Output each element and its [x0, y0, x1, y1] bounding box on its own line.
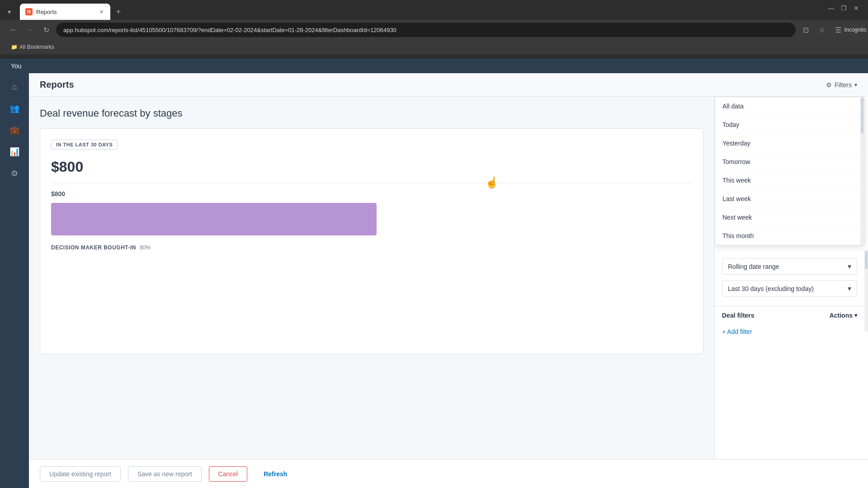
incognito-label: Incognito — [844, 27, 867, 33]
browser-actions: ⊡ ☆ ☰ Incognito — [799, 23, 861, 36]
date-range-dropdown[interactable]: All data Today Yesterday Tomorrow This w — [715, 97, 864, 245]
actions-button[interactable]: Actions ▾ — [830, 312, 857, 319]
rolling-select-wrapper: Rolling date range ▾ Last 30 days (exclu… — [715, 253, 864, 306]
left-sidebar: ⌂ 👥 💼 📊 ⚙ — [0, 73, 29, 488]
deal-filters-title: Deal filters — [722, 312, 755, 319]
sidebar-toggle-icon[interactable]: ☰ — [832, 23, 844, 36]
save-as-new-report-button[interactable]: Save as new report — [128, 466, 202, 482]
address-bar-row: ← → ↻ ⊡ ☆ ☰ Incognito — [0, 20, 868, 40]
app-area: You ⌂ 👥 💼 📊 ⚙ Reports ⚙ Filters ▾ — [0, 59, 868, 488]
filter-icon: ⚙ — [826, 81, 832, 89]
address-input[interactable] — [56, 23, 796, 37]
rolling-date-range-select[interactable]: Rolling date range ▾ — [722, 258, 857, 275]
report-title: Deal revenue forecast by stages — [40, 108, 703, 119]
divider — [51, 183, 692, 183]
top-banner: You — [0, 59, 868, 73]
days-select-arrow-icon: ▾ — [848, 284, 851, 293]
dropdown-item-last-week[interactable]: Last week — [715, 190, 864, 208]
close-button[interactable]: ✕ — [852, 4, 861, 13]
screen-mirror-icon[interactable]: ⊡ — [799, 23, 812, 36]
dropdown-item-tomorrow[interactable]: Tomorrow — [715, 153, 864, 171]
back-button[interactable]: ← — [7, 23, 20, 36]
bookmarks-bar: 📁 All Bookmarks — [0, 40, 868, 54]
filters-chevron-icon: ▾ — [854, 82, 857, 88]
new-tab-button[interactable]: + — [112, 5, 125, 18]
all-bookmarks-label: All Bookmarks — [19, 44, 54, 50]
add-filter-button[interactable]: + Add filter — [715, 324, 864, 339]
tab-bar: ▾ H Reports ✕ + — ❐ ✕ — [0, 0, 868, 20]
cancel-button[interactable]: Cancel — [209, 466, 248, 482]
top-right-area: ⚙ Filters ▾ — [826, 81, 857, 89]
active-tab[interactable]: H Reports ✕ — [20, 4, 110, 20]
actions-chevron-icon: ▾ — [854, 312, 857, 319]
sidebar-contacts-icon[interactable]: 👥 — [6, 100, 23, 117]
last-30-days-select[interactable]: Last 30 days (excluding today) ▾ — [722, 280, 857, 297]
tab-title: Reports — [36, 9, 94, 15]
all-bookmarks-link[interactable]: 📁 All Bookmarks — [7, 43, 58, 51]
panel-scroll-thumb — [865, 251, 868, 269]
revenue-bar — [51, 203, 377, 235]
filters-button[interactable]: ⚙ Filters ▾ — [826, 81, 857, 89]
update-existing-report-button[interactable]: Update existing report — [40, 466, 121, 482]
refresh-button[interactable]: Refresh — [255, 467, 296, 481]
profile-icon[interactable]: Incognito — [848, 23, 861, 36]
tab-arrow-dropdown[interactable]: ▾ — [4, 6, 14, 17]
reports-heading: Reports — [40, 80, 74, 90]
tab-favicon: H — [25, 8, 33, 15]
restore-button[interactable]: ❐ — [839, 4, 848, 13]
primary-metric: $800 — [51, 159, 692, 175]
dropdown-item-all-data[interactable]: All data — [715, 97, 864, 116]
banner-text: You — [11, 62, 22, 70]
dropdown-item-today[interactable]: Today — [715, 116, 864, 134]
panel-scrollbar — [864, 250, 868, 332]
bottom-toolbar: Update existing report Save as new repor… — [29, 459, 868, 488]
dropdown-item-next-week[interactable]: Next week — [715, 208, 864, 227]
report-area: Deal revenue forecast by stages IN THE L… — [29, 97, 714, 488]
browser-chrome: ▾ H Reports ✕ + — ❐ ✕ ← → ↻ ⊡ ☆ ☰ — [0, 0, 868, 59]
minimize-button[interactable]: — — [826, 4, 835, 13]
right-panel: All data Today Yesterday Tomorrow This w — [714, 97, 868, 488]
deal-filters-header: Deal filters Actions ▾ — [715, 306, 864, 324]
stage-name: DECISION MAKER BOUGHT-IN — [51, 244, 136, 251]
bookmark-icon[interactable]: ☆ — [816, 23, 828, 36]
stage-percentage: 80% — [140, 244, 151, 251]
sidebar-reports-icon[interactable]: 📊 — [6, 144, 23, 160]
bar-value-label: $800 — [51, 190, 692, 197]
date-badge: IN THE LAST 30 DAYS — [51, 140, 118, 150]
sidebar-deals-icon[interactable]: 💼 — [6, 122, 23, 138]
dropdown-item-yesterday[interactable]: Yesterday — [715, 134, 864, 153]
bookmarks-folder-icon: 📁 — [11, 44, 18, 50]
forward-button[interactable]: → — [24, 23, 36, 36]
dropdown-item-this-week[interactable]: This week — [715, 171, 864, 190]
tab-close-button[interactable]: ✕ — [98, 8, 105, 15]
rolling-select-arrow-icon: ▾ — [848, 262, 851, 271]
dropdown-scrollbar — [860, 97, 864, 245]
panel-lower-content: Rolling date range ▾ Last 30 days (exclu… — [715, 253, 864, 339]
dropdown-scroll-thumb — [861, 98, 863, 134]
sidebar-settings-icon[interactable]: ⚙ — [6, 165, 23, 182]
reload-button[interactable]: ↻ — [40, 23, 52, 36]
reports-header-bar: Reports ⚙ Filters ▾ — [29, 73, 868, 97]
window-controls: — ❐ ✕ — [826, 4, 861, 13]
stage-info: DECISION MAKER BOUGHT-IN 80% — [51, 244, 692, 251]
report-card: IN THE LAST 30 DAYS $800 $800 DECISION M… — [40, 128, 703, 354]
sidebar-home-icon[interactable]: ⌂ — [6, 79, 23, 95]
dropdown-item-this-month[interactable]: This month — [715, 227, 864, 245]
